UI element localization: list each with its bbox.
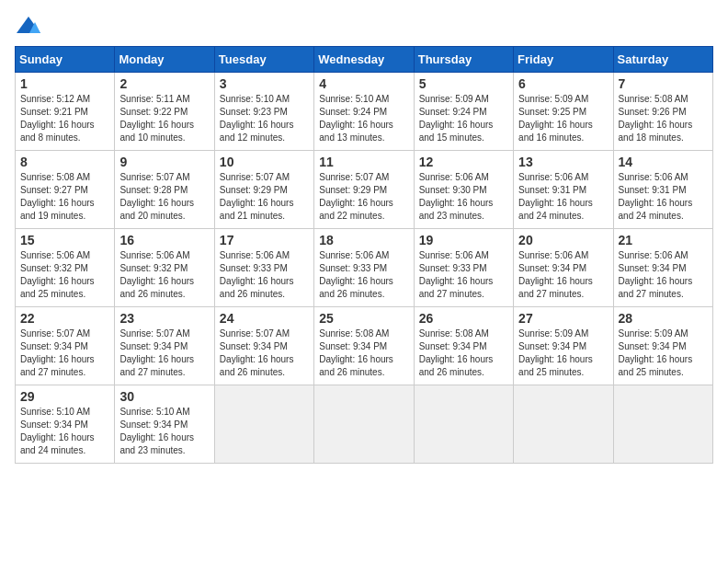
calendar-cell: 10Sunrise: 5:07 AMSunset: 9:29 PMDayligh…	[214, 151, 313, 229]
day-info: Sunrise: 5:06 AMSunset: 9:31 PMDaylight:…	[518, 171, 608, 223]
day-number: 16	[119, 233, 209, 247]
day-info: Sunrise: 5:06 AMSunset: 9:33 PMDaylight:…	[319, 249, 408, 301]
day-info: Sunrise: 5:07 AMSunset: 9:34 PMDaylight:…	[20, 327, 109, 379]
column-header-saturday: Saturday	[613, 47, 712, 73]
day-number: 7	[619, 76, 708, 91]
week-row-5: 29Sunrise: 5:10 AMSunset: 9:34 PMDayligh…	[16, 385, 713, 464]
calendar-cell: 9Sunrise: 5:07 AMSunset: 9:28 PMDaylight…	[115, 151, 214, 229]
calendar-cell: 11Sunrise: 5:07 AMSunset: 9:29 PMDayligh…	[314, 151, 414, 229]
calendar-cell: 12Sunrise: 5:06 AMSunset: 9:30 PMDayligh…	[414, 151, 513, 229]
day-info: Sunrise: 5:07 AMSunset: 9:28 PMDaylight:…	[119, 171, 209, 223]
week-row-2: 8Sunrise: 5:08 AMSunset: 9:27 PMDaylight…	[16, 151, 713, 229]
day-info: Sunrise: 5:10 AMSunset: 9:24 PMDaylight:…	[319, 93, 408, 144]
calendar-cell: 6Sunrise: 5:09 AMSunset: 9:25 PMDaylight…	[514, 73, 613, 151]
day-number: 8	[20, 155, 109, 169]
calendar-body: 1Sunrise: 5:12 AMSunset: 9:21 PMDaylight…	[16, 73, 713, 464]
day-info: Sunrise: 5:06 AMSunset: 9:30 PMDaylight:…	[419, 171, 508, 223]
column-header-wednesday: Wednesday	[314, 47, 414, 73]
logo	[15, 15, 46, 37]
day-number: 5	[419, 76, 508, 91]
day-number: 20	[518, 233, 608, 247]
day-info: Sunrise: 5:06 AMSunset: 9:33 PMDaylight:…	[220, 249, 309, 301]
calendar-cell: 14Sunrise: 5:06 AMSunset: 9:31 PMDayligh…	[613, 151, 712, 229]
day-info: Sunrise: 5:07 AMSunset: 9:29 PMDaylight:…	[220, 171, 309, 223]
calendar-cell: 24Sunrise: 5:07 AMSunset: 9:34 PMDayligh…	[214, 307, 313, 385]
day-info: Sunrise: 5:08 AMSunset: 9:27 PMDaylight:…	[20, 171, 109, 223]
day-info: Sunrise: 5:10 AMSunset: 9:34 PMDaylight:…	[119, 406, 209, 457]
day-info: Sunrise: 5:06 AMSunset: 9:34 PMDaylight:…	[518, 249, 608, 301]
day-info: Sunrise: 5:09 AMSunset: 9:24 PMDaylight:…	[419, 93, 508, 144]
day-info: Sunrise: 5:07 AMSunset: 9:29 PMDaylight:…	[319, 171, 408, 223]
day-info: Sunrise: 5:07 AMSunset: 9:34 PMDaylight:…	[119, 327, 209, 379]
calendar-cell: 17Sunrise: 5:06 AMSunset: 9:33 PMDayligh…	[214, 229, 313, 307]
day-info: Sunrise: 5:09 AMSunset: 9:25 PMDaylight:…	[518, 93, 608, 144]
day-number: 14	[619, 155, 708, 169]
calendar-cell: 25Sunrise: 5:08 AMSunset: 9:34 PMDayligh…	[314, 307, 414, 385]
day-number: 18	[319, 233, 408, 247]
day-number: 23	[119, 311, 209, 326]
day-info: Sunrise: 5:12 AMSunset: 9:21 PMDaylight:…	[20, 93, 109, 144]
day-info: Sunrise: 5:10 AMSunset: 9:23 PMDaylight:…	[220, 93, 309, 144]
day-info: Sunrise: 5:06 AMSunset: 9:32 PMDaylight:…	[119, 249, 209, 301]
column-header-friday: Friday	[514, 47, 613, 73]
day-number: 28	[619, 311, 708, 326]
day-info: Sunrise: 5:06 AMSunset: 9:32 PMDaylight:…	[20, 249, 109, 301]
calendar-cell: 7Sunrise: 5:08 AMSunset: 9:26 PMDaylight…	[613, 73, 712, 151]
logo-icon	[15, 15, 42, 37]
day-number: 10	[220, 155, 309, 169]
day-number: 11	[319, 155, 408, 169]
calendar-cell: 18Sunrise: 5:06 AMSunset: 9:33 PMDayligh…	[314, 229, 414, 307]
day-info: Sunrise: 5:11 AMSunset: 9:22 PMDaylight:…	[119, 93, 209, 144]
calendar-cell: 19Sunrise: 5:06 AMSunset: 9:33 PMDayligh…	[414, 229, 513, 307]
calendar-cell	[214, 385, 313, 464]
calendar-cell	[414, 385, 513, 464]
day-number: 25	[319, 311, 408, 326]
day-number: 13	[518, 155, 608, 169]
calendar-cell	[613, 385, 712, 464]
column-header-tuesday: Tuesday	[214, 47, 313, 73]
calendar-cell: 20Sunrise: 5:06 AMSunset: 9:34 PMDayligh…	[514, 229, 613, 307]
calendar-cell: 5Sunrise: 5:09 AMSunset: 9:24 PMDaylight…	[414, 73, 513, 151]
day-info: Sunrise: 5:08 AMSunset: 9:34 PMDaylight:…	[319, 327, 408, 379]
calendar-cell	[514, 385, 613, 464]
column-header-monday: Monday	[115, 47, 214, 73]
day-number: 6	[518, 76, 608, 91]
column-header-sunday: Sunday	[16, 47, 115, 73]
day-number: 9	[119, 155, 209, 169]
calendar-cell: 16Sunrise: 5:06 AMSunset: 9:32 PMDayligh…	[115, 229, 214, 307]
day-number: 30	[119, 389, 209, 404]
day-number: 27	[518, 311, 608, 326]
column-header-thursday: Thursday	[414, 47, 513, 73]
calendar-cell: 26Sunrise: 5:08 AMSunset: 9:34 PMDayligh…	[414, 307, 513, 385]
calendar-cell: 8Sunrise: 5:08 AMSunset: 9:27 PMDaylight…	[16, 151, 115, 229]
day-info: Sunrise: 5:10 AMSunset: 9:34 PMDaylight:…	[20, 406, 109, 457]
day-info: Sunrise: 5:06 AMSunset: 9:33 PMDaylight:…	[419, 249, 508, 301]
calendar-cell: 4Sunrise: 5:10 AMSunset: 9:24 PMDaylight…	[314, 73, 414, 151]
header	[15, 15, 713, 37]
day-number: 4	[319, 76, 408, 91]
day-number: 12	[419, 155, 508, 169]
day-info: Sunrise: 5:07 AMSunset: 9:34 PMDaylight:…	[220, 327, 309, 379]
day-number: 26	[419, 311, 508, 326]
calendar-cell: 28Sunrise: 5:09 AMSunset: 9:34 PMDayligh…	[613, 307, 712, 385]
day-number: 3	[220, 76, 309, 91]
calendar-cell: 29Sunrise: 5:10 AMSunset: 9:34 PMDayligh…	[16, 385, 115, 464]
day-info: Sunrise: 5:08 AMSunset: 9:26 PMDaylight:…	[619, 93, 708, 144]
calendar-header-row: SundayMondayTuesdayWednesdayThursdayFrid…	[16, 47, 713, 73]
day-number: 1	[20, 76, 109, 91]
calendar-cell: 15Sunrise: 5:06 AMSunset: 9:32 PMDayligh…	[16, 229, 115, 307]
day-number: 24	[220, 311, 309, 326]
day-number: 2	[119, 76, 209, 91]
calendar-cell	[314, 385, 414, 464]
day-number: 22	[20, 311, 109, 326]
calendar-cell: 2Sunrise: 5:11 AMSunset: 9:22 PMDaylight…	[115, 73, 214, 151]
day-info: Sunrise: 5:06 AMSunset: 9:34 PMDaylight:…	[619, 249, 708, 301]
calendar-cell: 3Sunrise: 5:10 AMSunset: 9:23 PMDaylight…	[214, 73, 313, 151]
calendar-table: SundayMondayTuesdayWednesdayThursdayFrid…	[15, 46, 713, 464]
day-number: 21	[619, 233, 708, 247]
day-number: 29	[20, 389, 109, 404]
day-info: Sunrise: 5:09 AMSunset: 9:34 PMDaylight:…	[619, 327, 708, 379]
calendar-cell: 30Sunrise: 5:10 AMSunset: 9:34 PMDayligh…	[115, 385, 214, 464]
calendar-cell: 22Sunrise: 5:07 AMSunset: 9:34 PMDayligh…	[16, 307, 115, 385]
week-row-3: 15Sunrise: 5:06 AMSunset: 9:32 PMDayligh…	[16, 229, 713, 307]
